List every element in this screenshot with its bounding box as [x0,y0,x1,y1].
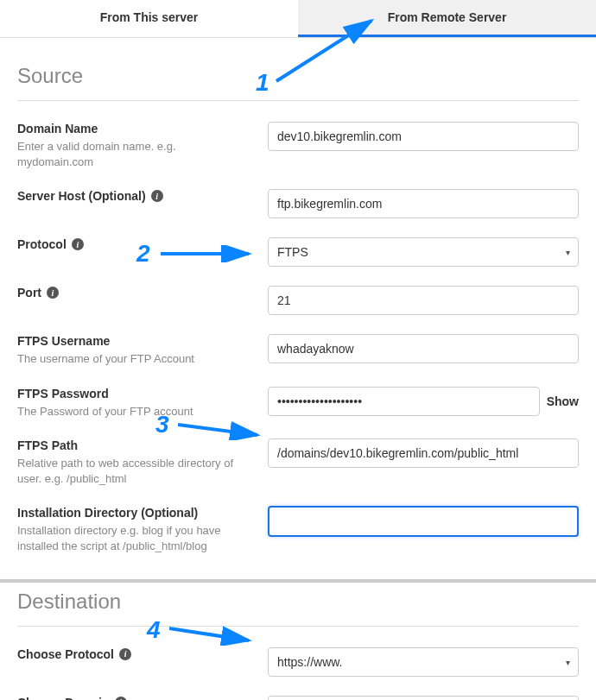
server-host-label: Server Host (Optional) i [17,189,254,203]
choose-protocol-select[interactable]: https://www. [268,647,579,677]
ftps-username-label: FTPS Username [17,334,254,348]
install-dir-hint: Installation directory e.g. blog if you … [17,523,254,554]
port-input[interactable] [268,286,579,315]
protocol-label-text: Protocol [17,237,67,251]
port-label: Port i [17,286,254,300]
show-password-button[interactable]: Show [547,394,579,408]
tab-this-server[interactable]: From This server [0,0,298,37]
ftps-password-hint: The Password of your FTP account [17,404,254,419]
server-host-input[interactable] [268,189,579,218]
domain-name-hint: Enter a valid domain name. e.g. mydomain… [17,139,254,170]
server-host-label-text: Server Host (Optional) [17,189,146,203]
destination-title: Destination [17,590,579,614]
domain-name-input[interactable] [268,122,579,151]
tab-remote-server[interactable]: From Remote Server [298,0,596,37]
divider [17,626,579,627]
ftps-username-input[interactable] [268,334,579,363]
ftps-path-input[interactable] [268,438,579,468]
section-divider [0,579,596,583]
install-dir-label: Installation Directory (Optional) [17,506,254,520]
info-icon[interactable]: i [72,238,84,250]
tabs: From This server From Remote Server [0,0,596,38]
info-icon[interactable]: i [151,190,163,202]
ftps-path-label: FTPS Path [17,438,254,452]
info-icon[interactable]: i [47,287,59,299]
protocol-label: Protocol i [17,237,254,251]
choose-domain-label-text: Choose Domain [17,696,110,701]
choose-protocol-label: Choose Protocol i [17,647,254,661]
choose-domain-select[interactable]: askaandwolf.com [268,696,579,701]
info-icon[interactable]: i [119,648,131,660]
source-title: Source [17,64,579,88]
install-dir-input[interactable] [268,506,579,537]
domain-name-label: Domain Name [17,122,254,136]
port-label-text: Port [17,286,41,300]
protocol-select[interactable]: FTPS [268,237,579,267]
choose-domain-label: Choose Domain i [17,696,254,701]
ftps-password-label: FTPS Password [17,387,254,400]
ftps-password-input[interactable] [268,387,540,416]
info-icon[interactable]: i [115,697,127,701]
ftps-path-hint: Relative path to web accessible director… [17,456,254,487]
divider [17,100,579,101]
choose-protocol-label-text: Choose Protocol [17,647,114,661]
ftps-username-hint: The username of your FTP Account [17,351,254,367]
